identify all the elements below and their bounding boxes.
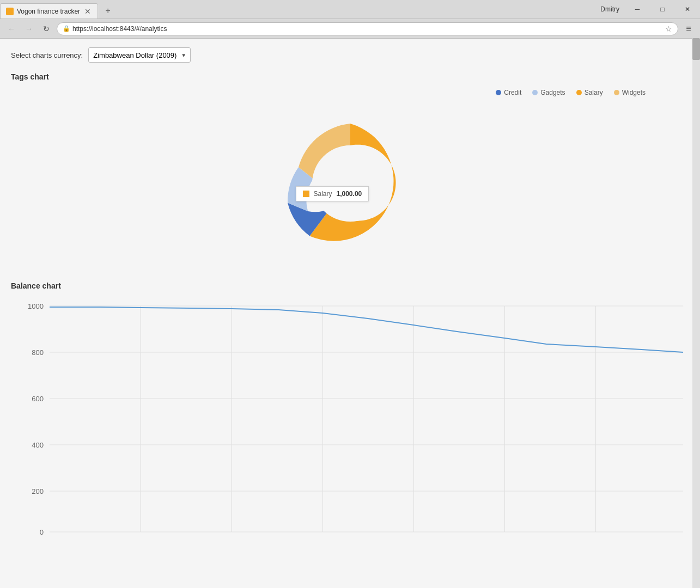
currency-select-wrapper: Zimbabwean Dollar (2009) ▼ — [88, 47, 191, 63]
active-tab[interactable]: Vogon finance tracker ✕ — [0, 3, 98, 19]
legend-dot-widgets — [614, 90, 619, 95]
tags-chart-title: Tags chart — [11, 72, 689, 81]
page-content: Select charts currency: Zimbabwean Dolla… — [0, 39, 700, 588]
legend-label-gadgets: Gadgets — [540, 89, 565, 96]
legend-label-widgets: Widgets — [622, 89, 646, 96]
bookmark-icon[interactable]: ☆ — [665, 24, 672, 33]
tags-chart-section: Tags chart Credit Gadgets Salary — [11, 72, 689, 265]
tooltip-color-swatch — [303, 191, 309, 197]
legend-item-widgets: Widgets — [614, 89, 646, 96]
minimize-button[interactable]: ─ — [625, 0, 650, 19]
y-label-400: 400 — [32, 442, 44, 449]
secure-icon: 🔒 — [63, 25, 70, 32]
browser-menu-button[interactable]: ≡ — [681, 22, 696, 36]
new-tab-button[interactable]: + — [100, 3, 115, 19]
legend-label-credit: Credit — [504, 89, 521, 96]
tooltip-label: Salary — [314, 190, 332, 198]
donut-chart-container: Credit Gadgets Salary Widgets — [11, 89, 689, 265]
y-label-600: 600 — [32, 395, 44, 402]
url-text: https://localhost:8443/#/analytics — [72, 25, 167, 33]
y-label-1000: 1000 — [28, 303, 44, 310]
tab-close-button[interactable]: ✕ — [83, 7, 92, 16]
balance-chart-area: 1000 800 600 400 200 0 — [11, 298, 689, 537]
tooltip-value: 1,000.00 — [337, 190, 362, 198]
balance-line — [50, 307, 683, 352]
close-button[interactable]: ✕ — [675, 0, 700, 19]
forward-button[interactable]: → — [22, 22, 36, 36]
legend-dot-salary — [576, 90, 582, 95]
balance-chart-section: Balance chart 1000 800 600 400 200 0 — [11, 281, 689, 537]
donut-legend: Credit Gadgets Salary Widgets — [11, 89, 689, 96]
legend-dot-gadgets — [532, 90, 538, 95]
donut-chart: Salary 1,000.00 — [269, 102, 432, 265]
donut-svg — [269, 102, 432, 265]
currency-select[interactable]: Zimbabwean Dollar (2009) — [88, 47, 191, 63]
legend-item-credit: Credit — [496, 89, 521, 96]
donut-inner-circle — [312, 145, 388, 222]
y-label-800: 800 — [32, 349, 44, 356]
address-bar: ← → ↻ 🔒 https://localhost:8443/#/analyti… — [0, 19, 700, 38]
currency-selector-row: Select charts currency: Zimbabwean Dolla… — [11, 47, 689, 63]
legend-dot-credit — [496, 90, 501, 95]
balance-svg: 1000 800 600 400 200 0 — [11, 298, 689, 537]
tab-favicon — [6, 8, 14, 15]
tab-title: Vogon finance tracker — [17, 8, 80, 15]
scrollbar[interactable] — [692, 38, 700, 588]
balance-chart-title: Balance chart — [11, 281, 689, 290]
url-bar[interactable]: 🔒 https://localhost:8443/#/analytics ☆ — [57, 22, 678, 35]
legend-label-salary: Salary — [585, 89, 603, 96]
y-label-200: 200 — [32, 488, 44, 495]
refresh-button[interactable]: ↻ — [39, 22, 53, 36]
legend-item-gadgets: Gadgets — [532, 89, 565, 96]
y-label-0: 0 — [40, 529, 44, 536]
currency-label: Select charts currency: — [11, 51, 83, 59]
scrollbar-thumb[interactable] — [692, 38, 700, 60]
back-button[interactable]: ← — [4, 22, 19, 36]
donut-tooltip: Salary 1,000.00 — [296, 186, 369, 201]
maximize-button[interactable]: □ — [650, 0, 675, 19]
legend-item-salary: Salary — [576, 89, 603, 96]
user-label: Dmitry — [595, 0, 625, 19]
